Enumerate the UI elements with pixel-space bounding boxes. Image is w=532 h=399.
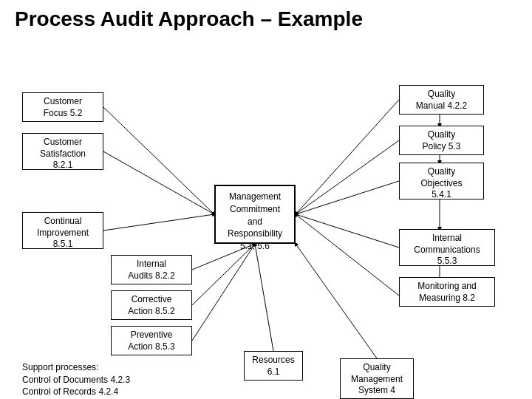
svg-line-9 [296,181,399,214]
internal-communications-label: InternalCommunications5.5.3 [414,233,480,266]
svg-line-7 [296,100,399,214]
corrective-action-box: CorrectiveAction 8.5.2 [111,290,192,320]
svg-line-5 [192,244,255,341]
internal-audits-label: InternalAudits 8.2.2 [128,259,174,281]
continual-improvement-label: ContinualImprovement8.5.1 [37,216,89,249]
quality-manual-box: QualityManual 4.2.2 [399,85,484,115]
preventive-action-label: PreventiveAction 8.5.3 [128,330,174,352]
internal-audits-box: InternalAudits 8.2.2 [111,255,192,284]
resources-label: Resources6.1 [252,355,294,377]
svg-line-1 [103,151,214,214]
support-item-2: Control of Records 4.2.4 [22,386,118,397]
quality-policy-label: QualityPolicy 5.3 [422,129,460,151]
svg-line-0 [103,107,214,214]
svg-line-2 [103,214,214,231]
quality-management-system-box: QualityManagementSystem 4 [340,358,414,399]
continual-improvement-box: ContinualImprovement8.5.1 [22,212,103,249]
svg-line-6 [255,244,273,351]
customer-satisfaction-label: CustomerSatisfaction8.2.1 [40,137,86,170]
svg-line-11 [296,214,399,296]
monitoring-measuring-label: Monitoring andMeasuring 8.2 [417,281,476,303]
internal-communications-box: InternalCommunications5.5.3 [399,229,495,266]
preventive-action-box: PreventiveAction 8.5.3 [111,326,192,355]
quality-manual-label: QualityManual 4.2.2 [416,89,467,111]
monitoring-measuring-box: Monitoring andMeasuring 8.2 [399,277,495,307]
quality-management-system-label: QualityManagementSystem 4 [351,362,403,395]
customer-focus-box: CustomerFocus 5.2 [22,92,103,122]
support-item-1: Control of Documents 4.2.3 [22,375,130,385]
customer-focus-label: CustomerFocus 5.2 [44,96,83,118]
svg-line-10 [296,214,399,248]
corrective-action-label: CorrectiveAction 8.5.2 [128,294,174,316]
svg-line-12 [296,244,377,358]
page-title: Process Audit Approach – Example [0,0,532,38]
center-box-label: ManagementCommitmentandResponsibility5.1… [228,191,282,251]
center-box: ManagementCommitmentandResponsibility5.1… [214,185,296,244]
customer-satisfaction-box: CustomerSatisfaction8.2.1 [22,133,103,170]
quality-policy-box: QualityPolicy 5.3 [399,126,484,155]
resources-box: Resources6.1 [244,351,303,381]
support-label: Support processes: [22,362,98,372]
svg-line-4 [192,244,255,305]
svg-line-8 [296,140,399,214]
quality-objectives-box: QualityObjectives5.4.1 [399,163,484,200]
quality-objectives-label: QualityObjectives5.4.1 [420,166,462,200]
